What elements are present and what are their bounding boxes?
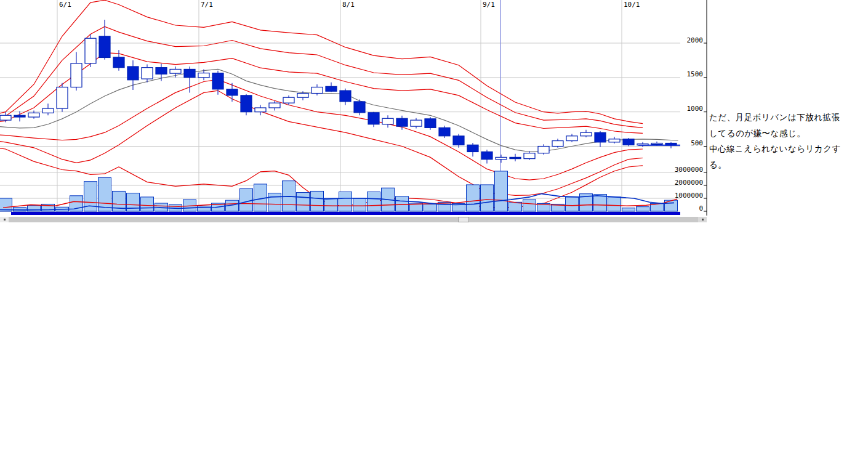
candle-body [326, 86, 337, 91]
candle-body [85, 38, 96, 63]
annotation-line-1: ただ、月足ボリバンは下放れ拡張 [709, 110, 866, 126]
candle-body [127, 67, 139, 80]
date-label: 9/1 [483, 1, 495, 9]
annotation-line-3: 中心線こえられないならリカクす [709, 141, 866, 157]
volume-bar [396, 196, 409, 211]
scrollbar-thumb[interactable] [458, 217, 469, 222]
candle-body [368, 113, 379, 124]
candle-body [439, 127, 450, 135]
candle-body [0, 115, 11, 120]
candle-body [71, 63, 82, 87]
candle-body [113, 57, 124, 68]
volume-tick-label: 2000000 [675, 179, 703, 187]
volume-bar [523, 200, 536, 211]
bollinger-lower-band-1 [0, 79, 643, 180]
candle-body [496, 157, 507, 159]
volume-bar [622, 208, 635, 211]
volume-baseline [11, 212, 680, 215]
candle-body [552, 141, 563, 147]
candle-body [57, 87, 68, 108]
candle-body [425, 119, 436, 128]
candle-body [382, 118, 393, 124]
candle-body [99, 36, 110, 58]
candle-body [297, 94, 308, 98]
candle-body [42, 108, 54, 113]
candle-body [340, 91, 351, 102]
volume-bar [353, 198, 366, 211]
volume-bar [495, 171, 508, 211]
candle-body [14, 115, 25, 117]
annotation-text: ただ、月足ボリバンは下放れ拡張 してるのが嫌〜な感じ。 中心線こえられないならリ… [709, 110, 866, 172]
candle-body [651, 143, 662, 144]
volume-bar [98, 177, 111, 211]
candle-body [283, 97, 294, 103]
horizontal-scrollbar[interactable] [0, 217, 707, 222]
volume-bar [198, 206, 211, 211]
candle-body [524, 153, 535, 159]
date-label: 6/1 [59, 1, 71, 9]
scroll-left-icon [4, 219, 6, 220]
volume-bar [467, 185, 480, 211]
candle-body [467, 145, 478, 152]
candle-body [354, 102, 365, 113]
candle-body [453, 136, 464, 145]
date-label: 8/1 [342, 1, 355, 9]
candle-body [184, 69, 195, 77]
chart-window: 20001500100050030000002000000100000006/1… [0, 0, 868, 473]
candle-body [255, 108, 266, 112]
volume-bar [339, 192, 352, 212]
volume-bar [637, 207, 649, 211]
price-tick-label: 2000 [687, 36, 704, 44]
candle-body [411, 120, 422, 126]
candle-body [142, 68, 153, 79]
annotation-line-4: る。 [709, 157, 866, 173]
candle-body [623, 139, 634, 145]
volume-bar [325, 198, 338, 211]
candle-body [170, 69, 181, 73]
candle-body [538, 147, 549, 153]
volume-bar [268, 193, 281, 211]
volume-bar [594, 195, 607, 211]
candle-body [241, 95, 252, 112]
volume-bar [311, 191, 324, 211]
scroll-right-icon [702, 219, 704, 220]
candle-body [609, 139, 620, 142]
annotation-line-2: してるのが嫌〜な感じ。 [709, 126, 866, 142]
scroll-left-button[interactable] [0, 217, 9, 222]
volume-bar [566, 197, 579, 211]
candle-body [396, 118, 408, 126]
date-label: 10/1 [624, 1, 640, 9]
price-tick-label: 500 [691, 139, 703, 147]
price-tick-label: 1500 [687, 70, 704, 78]
volume-tick-label: 0 [699, 204, 703, 212]
candle-body [566, 136, 577, 141]
volume-bar [240, 188, 253, 211]
candle-body [581, 132, 592, 136]
candle-body [510, 157, 521, 158]
volume-bar [608, 197, 621, 211]
candle-body [311, 87, 323, 93]
volume-tick-label: 1000000 [675, 192, 703, 200]
bollinger-lower-band-2 [0, 91, 643, 195]
candle-body [595, 132, 606, 142]
price-tick-label: 1000 [687, 105, 704, 113]
candle-body [156, 68, 167, 75]
candle-body [198, 73, 209, 78]
volume-bar [424, 204, 437, 211]
volume-bar [509, 202, 522, 211]
volume-bar [14, 208, 26, 211]
scroll-right-button[interactable] [698, 217, 707, 222]
volume-bar [141, 197, 154, 211]
candle-body [269, 103, 280, 108]
volume-bar [368, 192, 380, 212]
volume-bar [297, 193, 310, 211]
volume-tick-label: 3000000 [675, 166, 703, 174]
volume-bar [481, 185, 494, 211]
candle-body [212, 73, 223, 89]
candle-body [481, 152, 492, 159]
date-label: 7/1 [201, 1, 213, 9]
candle-body [227, 89, 238, 95]
candle-body [28, 113, 39, 117]
